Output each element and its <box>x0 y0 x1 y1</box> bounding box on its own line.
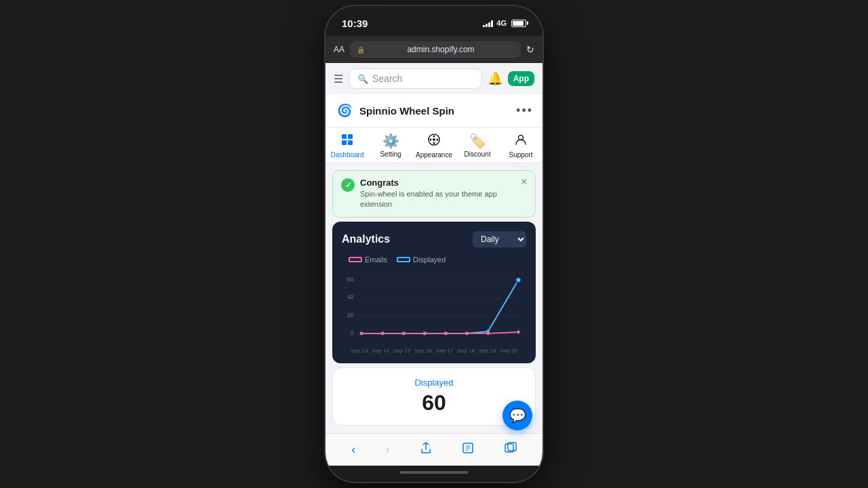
x-label-sep19: Sep 19 <box>479 348 496 354</box>
app-header: 🌀 Spinnio Wheel Spin ••• <box>326 94 542 127</box>
tab-dashboard[interactable]: Dashboard <box>326 127 369 163</box>
svg-text:40: 40 <box>347 293 354 300</box>
x-label-sep13: Sep 13 <box>351 348 368 354</box>
home-bar <box>400 471 468 474</box>
displayed-legend-box <box>397 257 410 262</box>
congrats-text: Congrats Spin-wheel is enabled as your t… <box>360 178 527 210</box>
setting-icon: ⚙️ <box>382 133 399 149</box>
svg-point-9 <box>433 138 435 141</box>
browser-share-button[interactable] <box>414 439 437 460</box>
svg-point-7 <box>433 142 435 144</box>
svg-text:20: 20 <box>347 311 354 318</box>
notification-bell-icon[interactable]: 🔔 <box>488 71 502 86</box>
displayed-card: Displayed 60 💬 <box>332 367 536 426</box>
svg-point-29 <box>402 331 406 335</box>
support-label: Support <box>509 151 532 159</box>
phone-frame: 10:39 4G AA 🔒 admin.shopify.com ↻ ☰ 🔍 <box>326 6 542 482</box>
x-label-sep18: Sep 18 <box>458 348 475 354</box>
tab-support[interactable]: Support <box>499 127 542 163</box>
browser-tabs-button[interactable] <box>499 439 522 460</box>
appearance-label: Appearance <box>416 151 452 159</box>
x-label-sep16: Sep 16 <box>415 348 432 354</box>
period-select[interactable]: Daily Weekly Monthly <box>473 231 526 247</box>
svg-point-31 <box>444 331 448 335</box>
search-placeholder: Search <box>372 73 402 84</box>
svg-rect-2 <box>342 140 347 145</box>
svg-point-34 <box>516 330 520 334</box>
search-bar[interactable]: 🔍 Search <box>349 68 482 89</box>
support-icon <box>514 133 528 150</box>
emails-legend-box <box>349 257 362 262</box>
chat-fab-button[interactable]: 💬 <box>502 401 532 430</box>
status-time: 10:39 <box>342 18 368 29</box>
success-check-icon: ✓ <box>341 178 355 192</box>
displayed-legend-item: Displayed <box>397 256 446 264</box>
browser-bar: AA 🔒 admin.shopify.com ↻ <box>326 36 542 63</box>
browser-refresh-button[interactable]: ↻ <box>526 44 534 55</box>
x-label-sep17: Sep 17 <box>436 348 453 354</box>
x-label-sep20: Sep 20 <box>500 348 517 354</box>
app-content: 🌀 Spinnio Wheel Spin ••• Dashboard <box>326 94 542 433</box>
svg-point-5 <box>433 136 435 138</box>
discount-icon: 🏷️ <box>469 133 486 149</box>
setting-label: Setting <box>380 150 401 158</box>
svg-text:0: 0 <box>351 329 354 336</box>
svg-point-27 <box>360 331 363 335</box>
tab-setting[interactable]: ⚙️ Setting <box>369 127 412 163</box>
app-logo: 🌀 <box>335 101 354 120</box>
browser-aa-label[interactable]: AA <box>334 45 344 54</box>
dashboard-label: Dashboard <box>331 151 364 159</box>
svg-point-26 <box>515 277 521 283</box>
battery-icon <box>511 20 526 27</box>
x-axis-labels: Sep 13 Sep 14 Sep 15 Sep 16 Sep 17 Sep 1… <box>342 345 526 354</box>
chart-legend: Emails Displayed <box>342 256 526 264</box>
dashboard-icon <box>340 133 354 150</box>
status-bar: 10:39 4G <box>326 6 542 36</box>
app-name: Spinnio Wheel Spin <box>359 105 454 117</box>
analytics-card: Analytics Daily Weekly Monthly Emails Di… <box>332 222 536 363</box>
svg-point-30 <box>423 331 427 335</box>
x-label-sep15: Sep 15 <box>393 348 410 354</box>
analytics-chart: 60 40 20 0 <box>342 270 526 345</box>
congrats-banner: ✓ Congrats Spin-wheel is enabled as your… <box>332 170 536 218</box>
browser-bookmarks-button[interactable] <box>456 439 479 460</box>
browser-url-text: admin.shopify.com <box>368 45 514 54</box>
app-button[interactable]: App <box>508 71 534 86</box>
appearance-icon <box>427 133 441 150</box>
signal-type: 4G <box>496 19 507 27</box>
congrats-close-button[interactable]: ✕ <box>520 176 528 187</box>
nav-tabs: Dashboard ⚙️ Setting Appearanc <box>326 127 542 163</box>
svg-point-6 <box>437 139 439 141</box>
congrats-title: Congrats <box>360 178 527 188</box>
browser-controls: ‹ › <box>326 433 542 466</box>
analytics-header: Analytics Daily Weekly Monthly <box>342 231 526 247</box>
browser-back-button[interactable]: ‹ <box>346 440 361 460</box>
svg-point-32 <box>465 331 469 335</box>
emails-legend-label: Emails <box>365 256 387 264</box>
displayed-legend-label: Displayed <box>413 256 446 264</box>
tab-appearance[interactable]: Appearance <box>412 127 456 163</box>
displayed-stat-label: Displayed <box>342 378 526 388</box>
lock-icon: 🔒 <box>357 46 365 54</box>
hamburger-button[interactable]: ☰ <box>334 73 343 85</box>
signal-icon <box>483 19 493 27</box>
analytics-title: Analytics <box>342 233 390 245</box>
svg-rect-1 <box>348 134 353 139</box>
discount-label: Discount <box>465 150 491 158</box>
browser-url-bar[interactable]: 🔒 admin.shopify.com <box>350 41 521 58</box>
browser-forward-button[interactable]: › <box>380 440 395 460</box>
app-title-row: 🌀 Spinnio Wheel Spin <box>335 101 454 120</box>
emails-legend-item: Emails <box>349 256 387 264</box>
svg-point-8 <box>430 139 432 141</box>
svg-point-33 <box>486 331 490 335</box>
more-options-button[interactable]: ••• <box>516 104 533 118</box>
home-indicator <box>326 466 542 482</box>
displayed-stat-value: 60 <box>342 390 526 415</box>
tab-discount[interactable]: 🏷️ Discount <box>456 127 499 163</box>
search-icon: 🔍 <box>357 74 368 84</box>
svg-point-28 <box>381 331 384 335</box>
chat-icon: 💬 <box>509 407 526 424</box>
chart-area: 60 40 20 0 <box>342 270 526 345</box>
x-label-sep14: Sep 14 <box>372 348 389 354</box>
status-icons: 4G <box>483 19 526 27</box>
